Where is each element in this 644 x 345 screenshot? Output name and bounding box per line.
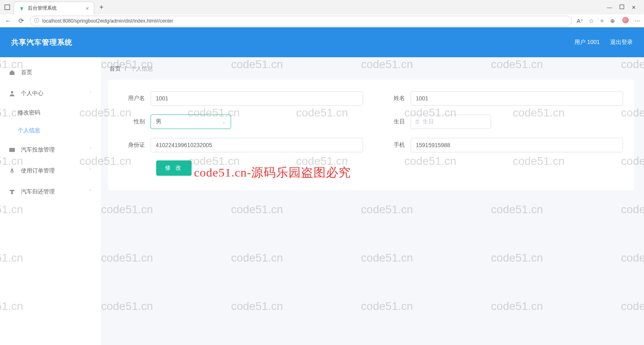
svg-rect-4 [11, 168, 13, 172]
svg-rect-1 [620, 5, 624, 9]
sidebar-item-change-password[interactable]: 修改密码 [0, 104, 101, 122]
chevron-down-icon: ˅ [89, 147, 92, 153]
sidebar-label: 使用订单管理 [21, 167, 55, 175]
sidebar-label: 个人信息 [18, 127, 40, 134]
car-icon [9, 147, 16, 153]
svg-point-2 [11, 91, 13, 94]
more-icon[interactable]: ⋯ [634, 18, 640, 24]
user-icon [9, 90, 16, 97]
input-idcard[interactable] [151, 138, 363, 152]
row-idcard: 身份证 [119, 138, 363, 152]
window-maximize-icon[interactable] [619, 4, 624, 10]
select-gender-value: 男 [156, 118, 161, 125]
svg-rect-3 [9, 148, 15, 152]
chevron-up-icon: ˄ [89, 91, 92, 96]
sidebar-item-home[interactable]: 首页 [0, 62, 101, 83]
chevron-down-icon: ⌄ [222, 119, 226, 125]
date-birthday[interactable]: 🗓 生日 [411, 114, 491, 129]
tab-title: 后台管理系统 [28, 5, 83, 12]
browser-chrome: ▼ 后台管理系统 × + — ✕ ← ⟳ ⓘ localhost:8080/sp… [0, 0, 644, 27]
vue-favicon-icon: ▼ [19, 5, 25, 12]
breadcrumb-home[interactable]: 首页 [109, 65, 121, 72]
app-header: 共享汽车管理系统 用户 1001 退出登录 [0, 27, 644, 57]
mic-icon [9, 168, 16, 174]
form-card: 用户名 姓名 性别 男 ⌄ 生日 [108, 80, 634, 190]
browser-toolbar: ← ⟳ ⓘ localhost:8080/springboot2eidg/adm… [0, 15, 644, 27]
tabs-overview-icon[interactable] [2, 2, 12, 12]
calendar-icon: 🗓 [415, 119, 420, 125]
row-username: 用户名 [119, 91, 363, 106]
sidebar-item-car-return[interactable]: 汽车归还管理 ˅ [0, 181, 101, 202]
return-icon [9, 189, 16, 195]
label-birthday: 生日 [379, 118, 411, 125]
back-icon[interactable]: ← [4, 17, 12, 25]
submit-button[interactable]: 修 改 [156, 160, 192, 176]
reading-list-icon[interactable]: ✧ [600, 18, 605, 24]
sidebar-item-car-deploy[interactable]: 汽车投放管理 ˅ [0, 139, 101, 160]
svg-rect-5 [10, 190, 14, 191]
window-close-icon[interactable]: ✕ [632, 4, 636, 10]
app-body: 首页 个人中心 ˄ 修改密码 个人信息 汽车投放管理 ˅ 使用订单管理 [0, 57, 644, 345]
sidebar-label: 汽车投放管理 [21, 146, 55, 154]
label-idcard: 身份证 [119, 141, 151, 149]
favorites-icon[interactable]: ☆ [589, 18, 594, 24]
label-username: 用户名 [119, 95, 151, 102]
sidebar-label: 个人中心 [21, 90, 43, 97]
header-right: 用户 1001 退出登录 [574, 39, 633, 46]
label-phone: 手机 [379, 141, 411, 149]
sidebar-label: 修改密码 [18, 109, 40, 116]
breadcrumb: 首页 / 个人信息 [108, 65, 634, 73]
window-controls: — ✕ [607, 4, 642, 10]
sidebar-label: 首页 [21, 69, 32, 76]
row-phone: 手机 [379, 138, 623, 152]
read-aloud-icon[interactable]: A⁺ [577, 18, 583, 24]
main-content: 首页 / 个人信息 用户名 姓名 性别 男 [101, 57, 644, 345]
label-gender: 性别 [119, 118, 151, 125]
browser-tab[interactable]: ▼ 后台管理系统 × [14, 2, 94, 15]
sidebar-item-order-mgmt[interactable]: 使用订单管理 ˅ [0, 160, 101, 181]
chevron-down-icon: ˅ [89, 168, 92, 174]
sidebar-label: 汽车归还管理 [21, 188, 55, 195]
svg-rect-0 [5, 5, 10, 10]
new-tab-button[interactable]: + [96, 2, 107, 13]
tab-close-icon[interactable]: × [86, 5, 89, 12]
label-name: 姓名 [379, 95, 411, 102]
refresh-icon[interactable]: ⟳ [17, 17, 25, 25]
select-gender[interactable]: 男 ⌄ [151, 114, 231, 129]
address-bar[interactable]: ⓘ localhost:8080/springboot2eidg/admin/d… [30, 16, 572, 26]
svg-rect-6 [11, 191, 13, 194]
browser-right-icons: A⁺ ☆ ✧ ⊕ ⋯ [577, 17, 640, 25]
browser-tabbar: ▼ 后台管理系统 × + — ✕ [0, 0, 644, 15]
input-username[interactable] [151, 91, 363, 106]
window-minimize-icon[interactable]: — [607, 4, 612, 10]
url-text: localhost:8080/springboot2eidg/admin/dis… [42, 18, 173, 24]
input-phone[interactable] [411, 138, 623, 152]
home-icon [9, 69, 16, 76]
sidebar-item-personal-center[interactable]: 个人中心 ˄ [0, 83, 101, 104]
row-birthday: 生日 🗓 生日 [379, 114, 623, 129]
collections-icon[interactable]: ⊕ [610, 18, 615, 24]
sidebar-item-personal-info[interactable]: 个人信息 [0, 122, 101, 139]
breadcrumb-current: 个人信息 [130, 65, 153, 72]
logout-link[interactable]: 退出登录 [610, 39, 633, 46]
header-user[interactable]: 用户 1001 [574, 39, 600, 46]
input-name[interactable] [411, 91, 623, 106]
row-name: 姓名 [379, 91, 623, 106]
row-gender: 性别 男 ⌄ [119, 114, 363, 129]
date-birthday-placeholder: 生日 [423, 118, 434, 125]
profile-avatar[interactable] [621, 17, 629, 25]
sidebar: 首页 个人中心 ˄ 修改密码 个人信息 汽车投放管理 ˅ 使用订单管理 [0, 57, 101, 345]
breadcrumb-separator: / [125, 65, 126, 72]
app-brand: 共享汽车管理系统 [11, 37, 72, 47]
chevron-down-icon: ˅ [89, 189, 92, 195]
site-info-icon[interactable]: ⓘ [34, 17, 39, 24]
